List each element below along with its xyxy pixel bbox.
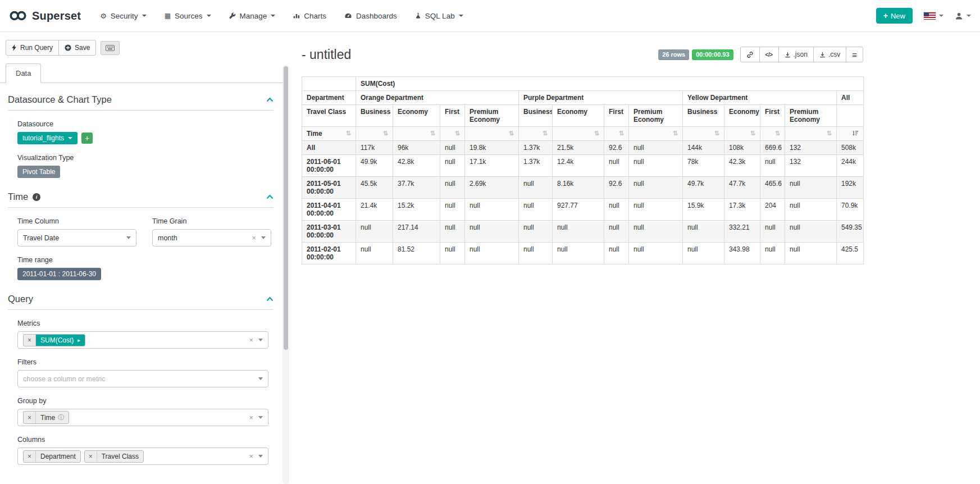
clear-icon[interactable]: × [249, 453, 253, 460]
more-options-button[interactable]: ≡ [846, 47, 863, 62]
save-button[interactable]: Save [58, 40, 96, 56]
view-query-button[interactable]: </> [759, 47, 779, 62]
remove-icon[interactable]: × [85, 451, 97, 462]
caret-down-icon[interactable] [258, 455, 263, 458]
nav-item-label: SQL Lab [425, 12, 455, 20]
keyboard-shortcuts-button[interactable] [101, 41, 120, 55]
remove-icon[interactable]: × [24, 451, 36, 462]
nav-item-manage[interactable]: Manage [229, 12, 276, 20]
viz-type-tag[interactable]: Pivot Table [17, 166, 60, 178]
columns-pill[interactable]: ×Travel Class [84, 450, 144, 463]
metrics-select[interactable]: × SUM(Cost) ▸ × [17, 331, 268, 349]
caret-down-icon[interactable] [258, 339, 263, 341]
pivot-value-cell: 92.6 [604, 177, 629, 199]
groupby-select[interactable]: ×Timeⓘ × [17, 409, 268, 426]
columns-select[interactable]: ×Department×Travel Class × [17, 448, 268, 465]
pivot-subgroup-header: Premium Economy [785, 105, 837, 127]
new-button[interactable]: + New [876, 8, 913, 24]
pivot-sort-header[interactable]: ⇅ [604, 127, 629, 141]
sort-icon[interactable]: ⇅ [383, 130, 388, 137]
pivot-group-label: Department [302, 91, 356, 105]
pivot-sort-header[interactable]: ⇅ [760, 127, 785, 141]
caret-down-icon[interactable] [258, 377, 263, 380]
pivot-sort-header[interactable]: ⇅ [393, 127, 440, 141]
chart-title[interactable]: - untitled [302, 47, 351, 62]
scrollbar-thumb[interactable] [284, 66, 288, 350]
nav-item-charts[interactable]: Charts [293, 12, 326, 20]
nav-item-dashboards[interactable]: Dashboards [344, 12, 397, 20]
filters-select[interactable]: choose a column or metric [17, 370, 268, 387]
nav-item-sources[interactable]: ▦Sources [165, 12, 211, 20]
caret-down-icon[interactable] [261, 236, 266, 239]
user-menu[interactable] [955, 12, 971, 20]
sort-icon[interactable]: ⇅ [543, 130, 548, 137]
pivot-sort-header[interactable] [837, 127, 864, 141]
metrics-control: Metrics × SUM(Cost) ▸ × [17, 319, 274, 349]
pivot-sort-header[interactable]: ⇅ [629, 127, 683, 141]
sort-icon[interactable]: ⇅ [594, 130, 599, 137]
sort-icon[interactable]: ⇅ [673, 130, 678, 137]
superset-logo[interactable]: Superset [9, 10, 81, 22]
panel-scrollbar[interactable] [282, 65, 289, 484]
sort-icon[interactable]: ⇅ [775, 130, 780, 137]
nav-item-security[interactable]: ⚙Security [100, 12, 146, 20]
section-datasource-chart-type: Datasource & Chart Type Datasource tutor… [8, 94, 274, 178]
share-link-button[interactable] [740, 47, 760, 62]
sort-icon[interactable]: ⇅ [509, 130, 514, 137]
pivot-time-sort-header[interactable]: Time⇅ [302, 127, 356, 141]
sort-amount-icon[interactable] [852, 130, 859, 136]
sort-icon[interactable]: ⇅ [714, 130, 719, 137]
pivot-sort-header[interactable]: ⇅ [724, 127, 760, 141]
edit-datasource-button[interactable]: + [81, 133, 93, 144]
nav-item-label: Charts [304, 12, 326, 20]
time-range-tag[interactable]: 2011-01-01 : 2011-06-30 [17, 268, 101, 280]
pivot-sort-header[interactable]: ⇅ [553, 127, 604, 141]
pivot-value-cell: 92.6 [604, 141, 629, 155]
section-time-header[interactable]: Time i [8, 191, 274, 208]
export-json-button[interactable]: .json [778, 47, 814, 62]
sort-icon[interactable]: ⇅ [430, 130, 435, 137]
sort-icon[interactable]: ⇅ [346, 130, 351, 137]
sort-icon[interactable]: ⇅ [619, 130, 624, 137]
metric-pill-label: SUM(Cost) [40, 336, 74, 344]
sort-icon[interactable]: ⇅ [827, 130, 832, 137]
clear-icon[interactable]: × [249, 414, 253, 421]
run-query-button[interactable]: Run Query [6, 40, 59, 56]
groupby-pill[interactable]: ×Timeⓘ [23, 411, 69, 424]
nav-item-sql-lab[interactable]: SQL Lab [415, 12, 463, 20]
caret-down-icon[interactable] [258, 416, 263, 419]
remove-icon[interactable]: × [24, 335, 36, 346]
sort-icon[interactable]: ⇅ [455, 130, 460, 137]
section-query-header[interactable]: Query [8, 294, 274, 310]
columns-pill[interactable]: ×Department [23, 450, 81, 463]
clear-icon[interactable]: × [252, 234, 256, 241]
metric-pill[interactable]: × SUM(Cost) ▸ [23, 334, 85, 346]
caret-down-icon [939, 15, 943, 17]
time-column-select[interactable]: Travel Date [17, 229, 136, 246]
top-navbar: Superset ⚙Security▦SourcesManageChartsDa… [0, 0, 980, 32]
pivot-sort-header[interactable]: ⇅ [440, 127, 465, 141]
pivot-row-header: 2011-04-01 00:00:00 [302, 199, 356, 221]
pivot-sort-header[interactable]: ⇅ [465, 127, 519, 141]
pivot-value-cell: 42.8k [393, 155, 440, 177]
pivot-subgroup-header: First [440, 105, 465, 127]
pivot-sort-header[interactable]: ⇅ [519, 127, 553, 141]
caret-down-icon[interactable] [126, 236, 131, 239]
datasource-tag[interactable]: tutorial_flights [17, 132, 78, 144]
pivot-sort-header[interactable]: ⇅ [356, 127, 393, 141]
section-datasource-header[interactable]: Datasource & Chart Type [8, 94, 274, 111]
pivot-table: SUM(Cost)DepartmentOrange DepartmentPurp… [302, 76, 864, 264]
tab-data[interactable]: Data [6, 63, 41, 83]
pivot-value-cell: 508k [837, 141, 864, 155]
time-grain-select[interactable]: month × [152, 229, 271, 246]
pivot-value-cell: null [785, 243, 837, 264]
explore-control-panel: Run Query Save [0, 32, 282, 484]
language-selector[interactable] [924, 12, 943, 20]
pivot-sort-header[interactable]: ⇅ [683, 127, 724, 141]
remove-icon[interactable]: × [24, 412, 36, 423]
sort-icon[interactable]: ⇅ [750, 130, 755, 137]
clear-icon[interactable]: × [249, 336, 253, 344]
export-csv-button[interactable]: .csv [813, 47, 846, 62]
pivot-sort-header[interactable]: ⇅ [785, 127, 837, 141]
run-query-label: Run Query [20, 44, 53, 52]
